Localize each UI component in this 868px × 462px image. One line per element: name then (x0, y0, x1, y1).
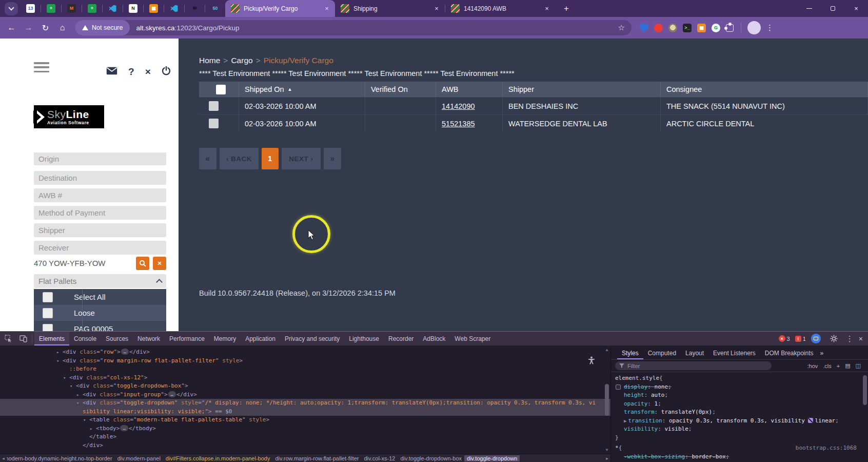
tampermonkey-extension-icon[interactable] (668, 24, 677, 32)
checkbox-icon[interactable] (43, 324, 53, 332)
styles-toggle-cls[interactable]: .cls (823, 363, 832, 369)
devtools-crumb-div-toggle-dropdown-box[interactable]: div.toggle-dropdown-box (398, 455, 464, 461)
styles-tab-computed[interactable]: Computed (643, 346, 681, 359)
devtools-crumb-div-modern-panel[interactable]: div.modern-panel (115, 455, 163, 461)
devtools-tab-web-scraper[interactable]: Web Scraper (450, 332, 495, 345)
browser-menu-icon[interactable]: ⋮ (766, 23, 774, 32)
css-property[interactable]: transform: translateY(0px); (615, 408, 864, 417)
pinned-tab-mail-hundred[interactable]: M (62, 0, 82, 17)
css-property[interactable]: display: none; (615, 383, 864, 392)
ellipsis-expander[interactable]: … (120, 425, 128, 431)
console-errors-badge[interactable]: ×3 (779, 335, 790, 342)
method-of-payment-filter-input[interactable]: Method of Payment (34, 206, 166, 220)
accessibility-tree-icon[interactable] (585, 354, 598, 367)
property-checkbox[interactable] (616, 384, 621, 390)
shipper-filter-input[interactable]: Shipper (34, 223, 166, 237)
devtools-tab-adblock[interactable]: AdBlock (418, 332, 450, 345)
styles-scrollbar-thumb[interactable] (863, 375, 867, 405)
dom-tree-node[interactable]: </table> (0, 433, 610, 441)
pinned-tab-vscode-2[interactable] (164, 0, 184, 17)
css-property[interactable]: height: auto; (615, 391, 864, 400)
devtools-tab-memory[interactable]: Memory (209, 332, 241, 345)
devtools-tab-sources[interactable]: Sources (101, 332, 133, 345)
scroll-up-icon[interactable]: ▲ (605, 347, 609, 353)
grammarly-extension-icon[interactable]: G (712, 24, 720, 32)
last-page-button[interactable]: » (324, 148, 341, 169)
devtools-tab-elements[interactable]: Elements (34, 332, 69, 345)
collapse-arrow-icon[interactable]: ▾ (63, 374, 66, 382)
column-header-shipper[interactable]: Shipper (503, 82, 661, 97)
header-select-all-cell[interactable] (199, 82, 239, 97)
search-button[interactable] (136, 257, 149, 270)
inspect-element-icon[interactable] (2, 333, 15, 344)
collapse-arrow-icon[interactable]: ▾ (56, 357, 59, 365)
tab-close-icon[interactable]: × (543, 5, 551, 13)
column-header-consignee[interactable]: Consignee (661, 82, 868, 97)
pallet-option-loose[interactable]: Loose (34, 305, 166, 321)
devtools-crumb-div-modern-body-dynamic-height[interactable]: div.modern-body.dynamic-height.no-top-bo… (0, 455, 115, 461)
origin-filter-input[interactable]: Origin (34, 152, 166, 165)
awb-link[interactable]: 51521385 (442, 120, 475, 128)
dom-tree-node[interactable]: ▾<div class="toggle-dropdown" style="/* … (0, 399, 610, 416)
device-frame-icon[interactable] (811, 334, 821, 343)
devtools-tab-performance[interactable]: Performance (165, 332, 209, 345)
breadcrumb-link-home[interactable]: Home (199, 56, 220, 65)
dom-tree-node[interactable]: ▾<table class="modern-table flat-pallets… (0, 416, 610, 425)
row-select-cell[interactable] (199, 97, 239, 114)
first-page-button[interactable]: « (199, 148, 216, 169)
page-1-button[interactable]: 1 (262, 148, 279, 169)
dom-tree-node[interactable]: ▾<div class="row margin-row flat-pallet-… (0, 357, 610, 365)
issues-badge[interactable]: !1 (795, 336, 806, 342)
adblock-extension-icon[interactable] (654, 24, 663, 32)
bookmark-star-icon[interactable]: ☆ (618, 23, 625, 32)
tab-shipping[interactable]: Shipping× (335, 0, 445, 17)
dom-tree-node[interactable]: ::before (0, 365, 610, 374)
styles-tab-dom-breakpoints[interactable]: DOM Breakpoints (760, 346, 818, 359)
flight-value[interactable]: 470 YOW-YFB-YOW (34, 259, 132, 267)
tab-pickup-verify-cargo[interactable]: Pickup/Verify Cargo× (225, 0, 335, 17)
column-header-awb[interactable]: AWB (436, 82, 503, 97)
expand-arrow-icon[interactable]: ▸ (90, 425, 92, 433)
devtools-crumb-div-col-xs-12[interactable]: div.col-xs-12 (361, 455, 398, 461)
tab-search-button[interactable] (5, 2, 18, 15)
crumb-scroll-left-icon[interactable]: ◂ (0, 454, 7, 462)
devtools-tab-application[interactable]: Application (241, 332, 280, 345)
devtools-tab-console[interactable]: Console (69, 332, 101, 345)
tab-close-icon[interactable]: × (323, 5, 331, 13)
awb-link[interactable]: 14142090 (442, 102, 475, 110)
devtools-menu-icon[interactable]: ⋮ (846, 334, 854, 343)
collapse-arrow-icon[interactable]: ▾ (83, 416, 86, 425)
back-button[interactable]: ← (3, 20, 20, 36)
address-bar[interactable]: Not secure alt.skyres.ca:12023/Cargo/Pic… (75, 20, 632, 35)
home-button[interactable]: ⌂ (54, 20, 71, 36)
row-select-cell[interactable] (199, 114, 239, 132)
pinned-tab-orange-calendar[interactable]: ▦ (144, 0, 164, 17)
dom-tree-node[interactable]: </div> (0, 441, 610, 450)
window-minimize-button[interactable] (797, 0, 821, 17)
devtools-tab-lighthouse[interactable]: Lighthouse (344, 332, 384, 345)
more-tabs-icon[interactable]: » (820, 350, 824, 357)
ellipsis-expander[interactable]: … (168, 391, 176, 397)
tab-14142090-awb[interactable]: 14142090 AWB× (445, 0, 555, 17)
devtools-close-icon[interactable]: × (859, 335, 863, 343)
clear-filter-button[interactable]: × (153, 257, 166, 270)
mail-icon[interactable] (106, 67, 117, 77)
dom-tree-node[interactable]: ▾<div class="toggle-dropdown-box"> (0, 382, 610, 391)
pinned-tab-green-spreadsheet[interactable]: + (41, 0, 61, 17)
extensions-puzzle-extension-icon[interactable] (726, 24, 734, 32)
css-property[interactable]: -webkit-box-sizing: border-box; (615, 453, 864, 461)
site-security-chip[interactable]: Not secure (75, 20, 130, 35)
back-page-button[interactable]: ‹ BACK (220, 148, 259, 169)
settings-gear-icon[interactable] (827, 333, 841, 344)
column-header-shipped-on[interactable]: Shipped On▲ (239, 82, 365, 97)
pinned-tab-notion[interactable]: N (123, 0, 143, 17)
pinned-tab-vscode[interactable] (103, 0, 123, 17)
devtools-tab-network[interactable]: Network (133, 332, 165, 345)
pinned-tab-green-spreadsheet-2[interactable]: + (82, 0, 102, 17)
styles-toggle-hov[interactable]: :hov (807, 363, 818, 369)
pinned-tab-fifty[interactable]: 50 (205, 0, 225, 17)
elements-scrollbar[interactable]: ▲ ▼ (604, 347, 610, 453)
power-icon[interactable] (162, 66, 171, 78)
devtools-crumb-div-row-margin-row-flat-pallet[interactable]: div.row.margin-row.flat-pallet-filter (272, 455, 361, 461)
checkbox-icon[interactable] (43, 292, 53, 302)
